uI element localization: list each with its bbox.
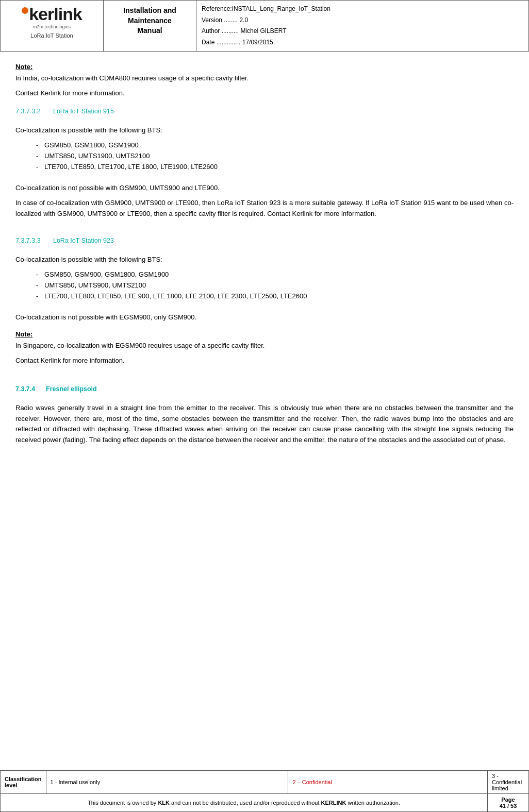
section-7372-intro: Co-localization is possible with the fol… <box>15 125 514 136</box>
section-7374-number: 7.3.7.4 <box>15 385 35 393</box>
footer: Classification level 1 - Internal use on… <box>0 770 529 812</box>
header-table: kerlink m2m technologies LoRa IoT Statio… <box>0 0 529 52</box>
section-7373-intro: Co-localization is possible with the fol… <box>15 255 514 265</box>
section-7372-number: 7.3.7.3.2 <box>15 108 41 115</box>
section-7372-para1: Co-localization is not possible with GSM… <box>15 183 514 193</box>
note1-label: Note: <box>15 62 514 72</box>
footer-top-row: Classification level 1 - Internal use on… <box>1 771 529 794</box>
footer-post-text: written authorization. <box>346 800 400 806</box>
footer-table: Classification level 1 - Internal use on… <box>0 770 529 812</box>
list-item: UMTS850, UMTS1900, UMTS2100 <box>36 151 514 162</box>
footer-option3: 3 - Confidential limited <box>488 771 529 794</box>
note1-block: Note: In India, co-localization with CDM… <box>15 62 514 98</box>
footer-mid-text: and can not be distributed, used and/or … <box>170 800 321 806</box>
content-area: Note: In India, co-localization with CDM… <box>0 52 529 614</box>
section-7373-heading: 7.3.7.3.3 LoRa IoT Station 923 <box>15 237 514 244</box>
header-date: Date .............. 17/09/2015 <box>202 37 523 48</box>
list-item: GSM850, GSM900, GSM1800, GSM1900 <box>36 269 514 280</box>
logo-station: LoRa IoT Station <box>6 32 98 39</box>
footer-bottom-text: This document is owned by KLK and can no… <box>1 794 488 812</box>
header-reference: Reference:INSTALL_Long_Range_IoT_Station <box>202 4 523 15</box>
section-7374-title: Fresnel ellipsoid <box>46 385 97 393</box>
header-author: Author .......... Michel GILBERT <box>202 26 523 37</box>
section-7372-heading: 7.3.7.3.2 LoRa IoT Station 915 <box>15 108 514 115</box>
section-7372-bullets: GSM850, GSM1800, GSM1900 UMTS850, UMTS19… <box>36 140 514 172</box>
footer-page-number: Page 41 / 53 <box>488 794 529 812</box>
header-title-cell: Installation and Maintenance Manual <box>104 1 196 52</box>
section-7374-para: Radio waves generally travel in a straig… <box>15 403 514 446</box>
page-wrapper: kerlink m2m technologies LoRa IoT Statio… <box>0 0 529 812</box>
classification-label: Classification level <box>1 771 46 794</box>
note1-line1: In India, co-localization with CDMA800 r… <box>15 73 514 83</box>
note2-line2: Contact Kerlink for more information. <box>15 356 514 366</box>
footer-option2: 2 – Confidential <box>288 771 488 794</box>
logo-dot-icon <box>22 7 28 14</box>
footer-bottom-row: This document is owned by KLK and can no… <box>1 794 529 812</box>
footer-kerlink: KERLINK <box>321 800 346 806</box>
section-7373-number: 7.3.7.3.3 <box>15 237 41 244</box>
section-7373-bullets: GSM850, GSM900, GSM1800, GSM1900 UMTS850… <box>36 269 514 301</box>
footer-option1: 1 - Internal use only <box>46 771 288 794</box>
logo-kerlink: kerlink <box>6 5 98 23</box>
section-7373-para1: Co-localization is not possible with EGS… <box>15 312 514 323</box>
section-7372: 7.3.7.3.2 LoRa IoT Station 915 Co-locali… <box>15 108 514 219</box>
section-7373-title: LoRa IoT Station 923 <box>53 237 114 244</box>
header-info-cell: Reference:INSTALL_Long_Range_IoT_Station… <box>196 1 529 52</box>
list-item: LTE700, LTE800, LTE850, LTE 900, LTE 180… <box>36 291 514 302</box>
header-logo-cell: kerlink m2m technologies LoRa IoT Statio… <box>1 1 104 52</box>
list-item: UMTS850, UMTS900, UMTS2100 <box>36 280 514 291</box>
note1-line2: Contact Kerlink for more information. <box>15 88 514 98</box>
section-7374-heading: 7.3.7.4 Fresnel ellipsoid <box>15 385 514 393</box>
header-title: Installation and Maintenance Manual <box>108 6 192 36</box>
page-label: Page <box>493 797 523 803</box>
note2-line1: In Singapore, co-localization with EGSM9… <box>15 341 514 351</box>
note2-label: Note: <box>15 329 514 340</box>
footer-pre-text: This document is owned by <box>88 800 158 806</box>
section-7372-title: LoRa IoT Station 915 <box>53 108 114 115</box>
section-7374: 7.3.7.4 Fresnel ellipsoid Radio waves ge… <box>15 385 514 446</box>
list-item: LTE700, LTE850, LTE1700, LTE 1800, LTE19… <box>36 162 514 173</box>
logo-m2m: m2m technologies <box>6 24 98 29</box>
header-version: Version ........ 2.0 <box>202 15 523 26</box>
section-7373: 7.3.7.3.3 LoRa IoT Station 923 Co-locali… <box>15 237 514 322</box>
section-7372-para2: In case of co-localization with GSM900, … <box>15 198 514 219</box>
footer-klk: KLK <box>158 800 170 806</box>
list-item: GSM850, GSM1800, GSM1900 <box>36 140 514 151</box>
note2-block: Note: In Singapore, co-localization with… <box>15 329 514 366</box>
page-fraction: 41 / 53 <box>493 803 523 809</box>
